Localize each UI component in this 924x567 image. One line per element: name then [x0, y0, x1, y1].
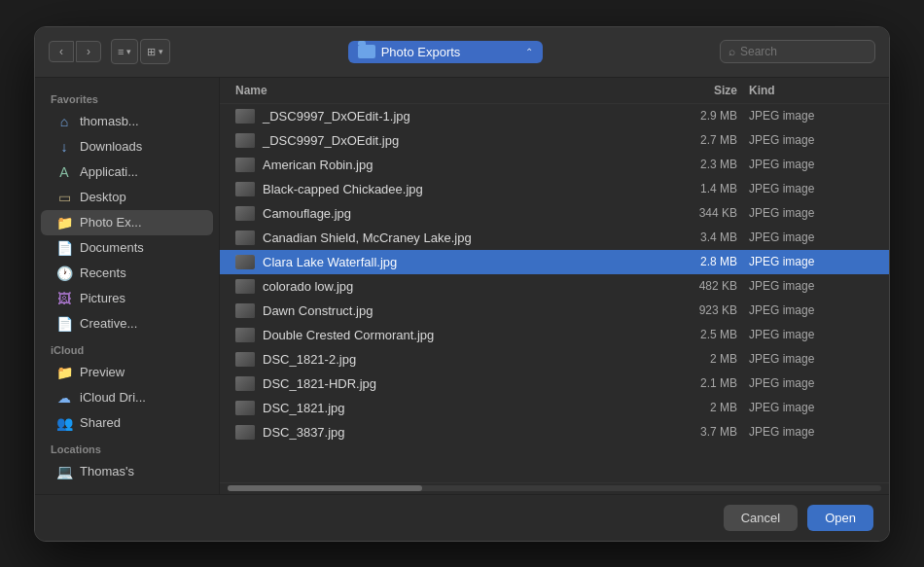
table-row[interactable]: DSC_3837.jpg 3.7 MB JPEG image [220, 420, 889, 444]
file-kind: JPEG image [737, 279, 873, 293]
sidebar-item-label: Recents [80, 266, 126, 280]
grid-view-button[interactable]: ⊞ ▾ [140, 39, 170, 64]
file-kind: JPEG image [737, 182, 873, 195]
file-kind: JPEG image [737, 133, 873, 147]
forward-button[interactable]: › [76, 41, 101, 62]
file-name-cell: colorado low.jpg [235, 279, 640, 294]
file-name-cell: Dawn Construct.jpg [235, 303, 640, 318]
sidebar-item-label: Documents [80, 240, 144, 255]
table-row[interactable]: _DSC9997_DxOEdit-1.jpg 2.9 MB JPEG image [220, 104, 889, 128]
view-buttons: ≡ ▾ ⊞ ▾ [111, 39, 170, 64]
open-file-dialog: ‹ › ≡ ▾ ⊞ ▾ Photo Exports ⌃ ⌕ [34, 26, 890, 542]
table-row[interactable]: DSC_1821-2.jpg 2 MB JPEG image [220, 347, 889, 372]
sidebar-item-thomasb[interactable]: ⌂ thomasb... [41, 109, 213, 134]
table-row[interactable]: Canadian Shield, McCraney Lake.jpg 3.4 M… [220, 226, 889, 250]
file-name: _DSC9997_DxOEdit.jpg [263, 133, 399, 148]
file-name-cell: Black-capped Chickadee.jpg [235, 182, 640, 196]
file-size: 344 KB [640, 206, 737, 220]
file-name-cell: _DSC9997_DxOEdit-1.jpg [235, 109, 640, 124]
preview-icon: 📁 [56, 365, 72, 380]
table-row[interactable]: DSC_1821-HDR.jpg 2.1 MB JPEG image [220, 372, 889, 396]
file-kind: JPEG image [737, 376, 873, 390]
file-kind: JPEG image [737, 206, 873, 220]
file-name-cell: DSC_1821-2.jpg [235, 352, 640, 367]
file-thumbnail [235, 206, 255, 221]
table-row[interactable]: Camouflage.jpg 344 KB JPEG image [220, 201, 889, 226]
sidebar-item-preview[interactable]: 📁 Preview [41, 360, 213, 385]
main-content: Favorites ⌂ thomasb... ↓ Downloads A App… [35, 78, 889, 494]
file-size: 2.8 MB [640, 255, 737, 268]
file-name: DSC_1821-2.jpg [263, 352, 356, 367]
downloads-icon: ↓ [56, 139, 72, 155]
search-input[interactable] [740, 45, 867, 58]
file-pane: Name Size Kind _DSC9997_DxOEdit-1.jpg 2.… [220, 78, 889, 494]
file-kind: JPEG image [737, 352, 873, 366]
file-name: colorado low.jpg [263, 279, 353, 294]
file-name-cell: DSC_1821-HDR.jpg [235, 376, 640, 391]
sidebar-item-recents[interactable]: 🕐 Recents [41, 261, 213, 286]
file-list-header: Name Size Kind [220, 78, 889, 104]
file-size: 2.9 MB [640, 109, 737, 123]
file-thumbnail [235, 328, 255, 342]
table-row[interactable]: American Robin.jpg 2.3 MB JPEG image [220, 153, 889, 177]
sidebar-item-label: iCloud Dri... [80, 390, 146, 405]
list-view-button[interactable]: ≡ ▾ [111, 39, 138, 64]
sidebar-item-shared[interactable]: 👥 Shared [41, 410, 213, 436]
icloud-label: iCloud [35, 337, 219, 360]
sidebar: Favorites ⌂ thomasb... ↓ Downloads A App… [35, 78, 220, 494]
nav-buttons: ‹ › [49, 41, 101, 62]
table-row[interactable]: Dawn Construct.jpg 923 KB JPEG image [220, 299, 889, 323]
horizontal-scrollbar[interactable] [220, 482, 889, 494]
location-bar: Photo Exports ⌃ [180, 41, 710, 63]
file-size: 2 MB [640, 352, 737, 366]
col-size-header: Size [640, 84, 737, 97]
table-row[interactable]: Black-capped Chickadee.jpg 1.4 MB JPEG i… [220, 177, 889, 201]
table-row[interactable]: Double Crested Cormorant.jpg 2.5 MB JPEG… [220, 323, 889, 347]
sidebar-item-photo-exports[interactable]: 📁 Photo Ex... [41, 210, 213, 235]
search-bar[interactable]: ⌕ [720, 40, 875, 63]
location-left: Photo Exports [358, 45, 461, 59]
table-row[interactable]: colorado low.jpg 482 KB JPEG image [220, 274, 889, 299]
sidebar-item-label: Preview [80, 365, 124, 379]
file-size: 3.4 MB [640, 230, 737, 244]
file-kind: JPEG image [737, 109, 873, 123]
file-size: 1.4 MB [640, 182, 737, 195]
list-icon: ≡ [118, 46, 124, 57]
sidebar-item-desktop[interactable]: ▭ Desktop [41, 185, 213, 210]
file-name-cell: Canadian Shield, McCraney Lake.jpg [235, 230, 640, 245]
back-button[interactable]: ‹ [49, 41, 74, 62]
sidebar-item-documents[interactable]: 📄 Documents [41, 235, 213, 261]
computer-icon: 💻 [56, 464, 72, 479]
file-name-cell: Clara Lake Waterfall.jpg [235, 255, 640, 269]
file-kind: JPEG image [737, 401, 873, 414]
list-chevron: ▾ [126, 47, 131, 56]
file-size: 2.7 MB [640, 133, 737, 147]
sidebar-item-pictures[interactable]: 🖼 Pictures [41, 286, 213, 311]
file-kind: JPEG image [737, 230, 873, 244]
file-thumbnail [235, 376, 255, 391]
file-thumbnail [235, 401, 255, 415]
file-kind: JPEG image [737, 255, 873, 268]
desktop-icon: ▭ [56, 190, 72, 205]
file-name: Black-capped Chickadee.jpg [263, 182, 423, 196]
file-name-cell: Double Crested Cormorant.jpg [235, 328, 640, 342]
location-selector[interactable]: Photo Exports ⌃ [348, 41, 543, 63]
open-button[interactable]: Open [807, 505, 873, 531]
table-row[interactable]: Clara Lake Waterfall.jpg 2.8 MB JPEG ima… [220, 250, 889, 274]
documents-icon: 📄 [56, 240, 72, 256]
file-size: 2.5 MB [640, 328, 737, 341]
sidebar-item-downloads[interactable]: ↓ Downloads [41, 134, 213, 159]
cancel-button[interactable]: Cancel [724, 505, 798, 531]
sidebar-item-creative[interactable]: 📄 Creative... [41, 311, 213, 337]
col-name-header: Name [235, 84, 640, 97]
table-row[interactable]: _DSC9997_DxOEdit.jpg 2.7 MB JPEG image [220, 128, 889, 153]
sidebar-item-icloud-drive[interactable]: ☁ iCloud Dri... [41, 385, 213, 410]
table-row[interactable]: DSC_1821.jpg 2 MB JPEG image [220, 396, 889, 420]
sidebar-item-applications[interactable]: A Applicati... [41, 159, 213, 185]
scrollbar-thumb[interactable] [228, 485, 422, 491]
footer: Cancel Open [35, 494, 889, 541]
recents-icon: 🕐 [56, 266, 72, 281]
sidebar-item-thomass[interactable]: 💻 Thomas's [41, 459, 213, 484]
file-name: American Robin.jpg [263, 158, 373, 172]
file-thumbnail [235, 182, 255, 196]
